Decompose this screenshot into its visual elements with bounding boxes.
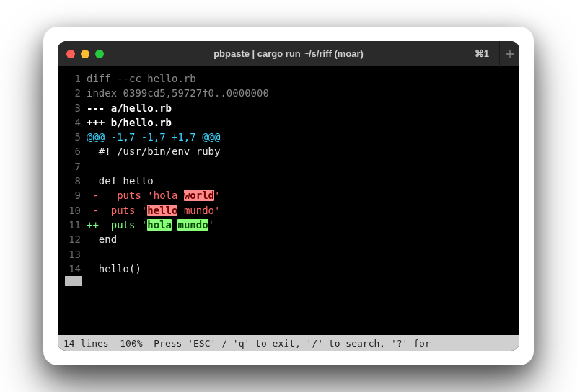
diff-context: hello() bbox=[87, 262, 141, 276]
line-number: 8 bbox=[65, 174, 87, 188]
tab-shortcut: ⌘1 bbox=[475, 48, 489, 59]
diff-file-a: --- a/hello.rb bbox=[87, 101, 172, 115]
traffic-lights bbox=[66, 50, 104, 58]
diff-context: def hello bbox=[87, 174, 154, 188]
zoom-icon[interactable] bbox=[95, 50, 104, 58]
cursor-icon bbox=[65, 276, 82, 286]
diff-removed: - puts 'hola world' bbox=[87, 188, 220, 202]
line-number: 9 bbox=[65, 188, 87, 202]
line-number: 5 bbox=[65, 130, 87, 144]
line-number: 4 bbox=[65, 115, 87, 130]
titlebar: pbpaste | cargo run ~/s/riff (moar) ⌘1 bbox=[58, 41, 519, 67]
line-number: 2 bbox=[65, 86, 87, 100]
diff-blank bbox=[87, 159, 92, 174]
diff-context: #! /usr/bin/env ruby bbox=[87, 144, 220, 159]
diff-added: ++ puts 'hola mundo' bbox=[87, 218, 214, 232]
status-bar: 14 lines 100% Press 'ESC' / 'q' to exit,… bbox=[58, 335, 519, 351]
close-icon[interactable] bbox=[66, 50, 75, 58]
diff-file-b: +++ b/hello.rb bbox=[87, 115, 172, 130]
new-tab-button[interactable] bbox=[499, 41, 519, 67]
minimize-icon[interactable] bbox=[81, 50, 89, 58]
terminal-window: pbpaste | cargo run ~/s/riff (moar) ⌘1 1… bbox=[58, 41, 519, 351]
line-number: 12 bbox=[65, 232, 87, 246]
window-title: pbpaste | cargo run ~/s/riff (moar) bbox=[58, 48, 519, 59]
diff-index: index 0399cd5,59727f0..0000000 bbox=[87, 86, 269, 100]
line-number: 7 bbox=[65, 159, 87, 174]
line-number: 10 bbox=[65, 203, 87, 218]
diff-hunk: @@@ -1,7 -1,7 +1,7 @@@ bbox=[87, 130, 220, 144]
line-number: 1 bbox=[65, 71, 87, 86]
line-number: 13 bbox=[65, 247, 87, 262]
line-number: 3 bbox=[65, 101, 87, 115]
diff-removed: - puts 'hello mundo' bbox=[87, 203, 220, 218]
terminal-content[interactable]: 1diff --cc hello.rb 2index 0399cd5,59727… bbox=[58, 67, 519, 335]
line-number: 11 bbox=[65, 218, 87, 232]
diff-context: end bbox=[87, 232, 117, 246]
plus-icon bbox=[505, 49, 515, 59]
line-number: 6 bbox=[65, 144, 87, 159]
diff-blank bbox=[87, 247, 92, 262]
diff-header: diff --cc hello.rb bbox=[87, 71, 196, 86]
line-number: 14 bbox=[65, 262, 87, 276]
